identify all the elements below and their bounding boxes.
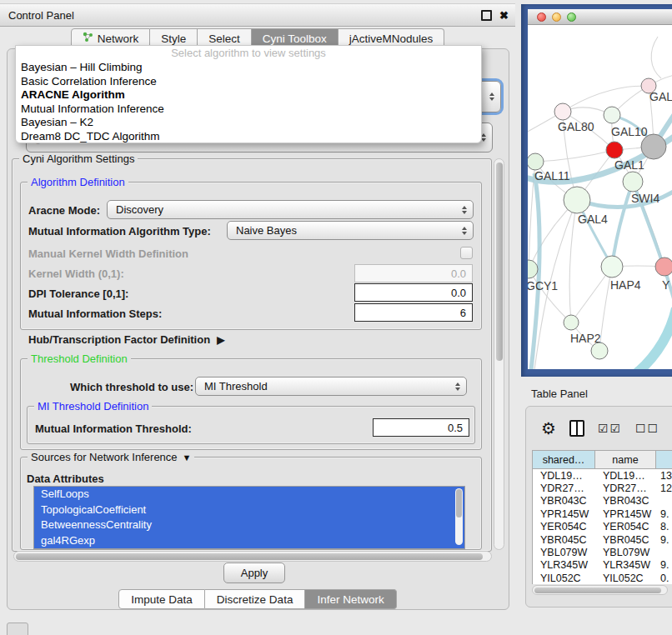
mi-type-combobox[interactable]: Naive Bayes xyxy=(227,221,474,240)
scrollbar-thumb[interactable] xyxy=(16,553,483,560)
collapsed-panel-button[interactable] xyxy=(7,622,28,635)
table-cell: 8. xyxy=(656,521,672,532)
tab-discretize-data[interactable]: Discretize Data xyxy=(205,589,306,609)
network-node[interactable] xyxy=(554,103,571,120)
settings-vertical-scrollbar[interactable] xyxy=(494,158,504,550)
algorithm-option[interactable]: Mutual Information Inference xyxy=(16,102,481,117)
table-body: YDL19…YDL19…13YDR27…YDR27…12YBR043CYBR04… xyxy=(532,469,672,584)
table-row[interactable]: YBR045CYBR045C9. xyxy=(533,533,672,546)
network-canvas[interactable]: GALGAL80GAL10GAL1GAL11SWI4GAL4GCY1HAP4YH… xyxy=(528,25,672,369)
table-row[interactable]: YDR27…YDR27…12 xyxy=(533,482,672,494)
table-cell: YBL079W xyxy=(533,547,595,558)
data-attributes-label: Data Attributes xyxy=(27,472,104,485)
aracne-mode-combobox[interactable]: Discovery xyxy=(107,200,474,219)
dropdown-placeholder: Select algorithm to view settings xyxy=(16,47,481,61)
network-node[interactable] xyxy=(591,342,608,359)
network-node[interactable] xyxy=(641,134,666,159)
algorithm-dropdown-list[interactable]: Select algorithm to view settings Bayesi… xyxy=(15,45,482,143)
sources-group-title: Sources for Network Inference▼ xyxy=(28,451,194,463)
minimize-traffic-light-icon[interactable] xyxy=(552,12,561,22)
network-node[interactable] xyxy=(623,172,643,192)
data-attributes-list[interactable]: SelfLoopsTopologicalCoefficientBetweenne… xyxy=(33,486,465,549)
table-row[interactable]: YDL19…YDL19…13 xyxy=(533,469,672,482)
deselect-all-checkboxes-icon[interactable]: ☐☐ xyxy=(635,422,659,435)
network-node[interactable] xyxy=(528,153,544,170)
data-attribute-item[interactable]: TopologicalCoefficient xyxy=(34,502,464,518)
manual-kernel-label: Manual Kernel Width Definition xyxy=(28,248,188,260)
scrollbar-thumb[interactable] xyxy=(496,162,503,361)
network-node[interactable] xyxy=(564,315,579,330)
kernel-width-field[interactable]: 0.0 xyxy=(354,264,473,282)
network-window-titlebar xyxy=(528,9,672,25)
control-panel-title: Control Panel xyxy=(8,9,74,22)
tab-label: Network xyxy=(98,32,139,45)
network-node[interactable] xyxy=(528,260,538,278)
table-cell: 12 xyxy=(656,482,672,494)
close-traffic-light-icon[interactable] xyxy=(537,12,546,22)
table-horizontal-scrollbar[interactable] xyxy=(532,585,668,595)
dpi-tolerance-value: 0.0 xyxy=(451,287,466,299)
table-toolbar: ⚙ ☑☑ ☐☐ xyxy=(526,413,672,443)
data-attribute-item[interactable]: SelfLoops xyxy=(34,487,464,502)
network-icon xyxy=(83,32,93,45)
algorithm-option[interactable]: Dream8 DC_TDC Algorithm xyxy=(16,130,481,144)
mi-threshold-label: Mutual Information Threshold: xyxy=(35,422,192,435)
column-header-name[interactable]: name xyxy=(595,451,656,468)
algorithm-option[interactable]: Basic Correlation Inference xyxy=(16,75,481,89)
network-node[interactable] xyxy=(606,142,623,158)
scrollbar-thumb[interactable] xyxy=(534,588,661,593)
list-scrollbar[interactable] xyxy=(455,488,463,545)
network-node[interactable] xyxy=(601,256,623,278)
network-node-label: GAL1 xyxy=(614,158,644,172)
table-cell: YBR043C xyxy=(595,495,656,507)
table-cell: 9. xyxy=(656,508,672,520)
column-header-shared-name[interactable]: shared… xyxy=(533,451,595,468)
network-node-label: SWI4 xyxy=(631,192,659,205)
apply-button[interactable]: Apply xyxy=(223,562,285,583)
kernel-width-value: 0.0 xyxy=(451,268,466,280)
mi-threshold-value: 0.5 xyxy=(448,422,463,434)
table-row[interactable]: YLR345WYLR345W9. xyxy=(533,559,672,572)
table-cell: YBR045C xyxy=(595,534,656,546)
network-node[interactable] xyxy=(564,187,590,213)
table-cell: YIL052C xyxy=(595,572,656,584)
table-row[interactable]: YIL052CYIL052C0. xyxy=(533,572,672,584)
mi-steps-field[interactable]: 6 xyxy=(354,303,473,322)
data-attribute-item[interactable]: BetweennessCentrality xyxy=(34,518,464,533)
algorithm-option[interactable]: Bayesian – Hill Climbing xyxy=(16,61,481,75)
network-node[interactable] xyxy=(604,107,620,123)
table-row[interactable]: YPR145WYPR145W9. xyxy=(533,508,672,520)
bottom-tabbar: Impute Data Discretize Data Infer Networ… xyxy=(0,589,515,609)
table-row[interactable]: YBL079WYBL079W xyxy=(533,546,672,558)
tab-infer-network[interactable]: Infer Network xyxy=(305,589,396,609)
mi-threshold-field[interactable]: 0.5 xyxy=(373,418,469,437)
dpi-tolerance-field[interactable]: 0.0 xyxy=(354,283,473,302)
table-cell: YBL079W xyxy=(595,547,656,558)
table-header-row: shared… name xyxy=(532,450,672,469)
column-header-cut[interactable] xyxy=(656,451,672,468)
table-panel-title: Table Panel xyxy=(531,388,588,400)
algorithm-option[interactable]: Bayesian – K2 xyxy=(16,116,481,130)
zoom-traffic-light-icon[interactable] xyxy=(567,12,576,22)
manual-kernel-checkbox[interactable] xyxy=(460,247,473,259)
tab-impute-data[interactable]: Impute Data xyxy=(118,589,205,609)
which-threshold-combobox[interactable]: MI Threshold xyxy=(195,377,467,396)
mi-type-label: Mutual Information Algorithm Type: xyxy=(28,225,211,238)
tab-label: Impute Data xyxy=(131,593,193,606)
gear-icon[interactable]: ⚙ xyxy=(541,420,556,437)
column-layout-icon[interactable] xyxy=(569,420,584,437)
mi-type-value: Naive Bayes xyxy=(236,224,297,237)
algorithm-option[interactable]: ARACNE Algorithm xyxy=(16,88,481,102)
hub-definition-expander[interactable]: Hub/Transcription Factor Definition▶ xyxy=(28,333,224,346)
scrollbar-thumb[interactable] xyxy=(456,489,462,518)
settings-horizontal-scrollbar[interactable] xyxy=(13,551,492,562)
table-row[interactable]: YER054CYER054C8. xyxy=(533,521,672,533)
network-node[interactable] xyxy=(655,258,672,276)
algorithm-definition-title: Algorithm Definition xyxy=(28,176,128,188)
combo-stepper-icon xyxy=(462,227,467,235)
select-all-checkboxes-icon[interactable]: ☑☑ xyxy=(598,422,622,435)
close-icon[interactable]: ✖ xyxy=(499,10,509,21)
float-window-icon[interactable] xyxy=(481,10,492,21)
data-attribute-item[interactable]: gal4RGexp xyxy=(34,533,464,549)
table-row[interactable]: YBR043CYBR043C xyxy=(533,495,672,508)
